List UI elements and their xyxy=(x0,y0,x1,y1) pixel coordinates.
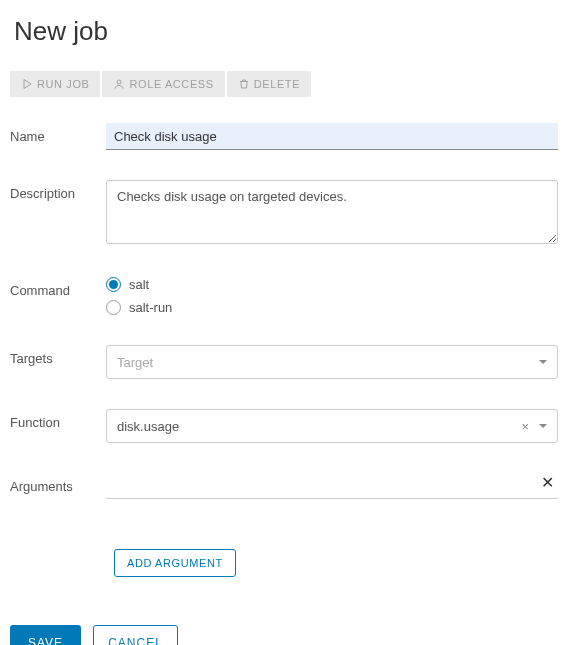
command-radio-salt-run[interactable]: salt-run xyxy=(106,300,558,315)
targets-select[interactable]: Target xyxy=(106,345,558,379)
command-label: Command xyxy=(10,277,106,298)
function-label: Function xyxy=(10,409,106,430)
radio-icon xyxy=(106,277,121,292)
chevron-down-icon xyxy=(539,424,547,428)
chevron-down-icon xyxy=(539,360,547,364)
delete-button[interactable]: DELETE xyxy=(227,71,311,97)
cancel-button[interactable]: CANCEL xyxy=(93,625,178,645)
targets-label: Targets xyxy=(10,345,106,366)
function-value: disk.usage xyxy=(117,419,521,434)
radio-icon xyxy=(106,300,121,315)
run-job-label: RUN JOB xyxy=(37,78,89,90)
targets-placeholder: Target xyxy=(117,355,153,370)
command-radio-salt[interactable]: salt xyxy=(106,277,558,292)
add-argument-button[interactable]: ADD ARGUMENT xyxy=(114,549,236,577)
description-textarea[interactable]: Checks disk usage on targeted devices. xyxy=(106,180,558,244)
clear-icon[interactable]: × xyxy=(521,419,529,434)
page-title: New job xyxy=(10,16,558,47)
run-icon xyxy=(21,78,33,90)
user-icon xyxy=(113,78,125,90)
run-job-button[interactable]: RUN JOB xyxy=(10,71,100,97)
footer: SAVE CANCEL xyxy=(10,625,558,645)
close-icon[interactable]: ✕ xyxy=(537,473,558,492)
argument-row: ✕ xyxy=(106,473,558,499)
svg-point-0 xyxy=(117,80,121,84)
description-label: Description xyxy=(10,180,106,201)
name-input[interactable] xyxy=(106,123,558,150)
command-radio-group: salt salt-run xyxy=(106,277,558,315)
save-button[interactable]: SAVE xyxy=(10,625,81,645)
radio-label-salt-run: salt-run xyxy=(129,300,172,315)
name-label: Name xyxy=(10,123,106,144)
toolbar: RUN JOB ROLE ACCESS DELETE xyxy=(10,71,558,97)
arguments-label: Arguments xyxy=(10,473,106,494)
function-select[interactable]: disk.usage × xyxy=(106,409,558,443)
role-access-button[interactable]: ROLE ACCESS xyxy=(102,71,224,97)
radio-label-salt: salt xyxy=(129,277,149,292)
delete-label: DELETE xyxy=(254,78,300,90)
trash-icon xyxy=(238,78,250,90)
role-access-label: ROLE ACCESS xyxy=(129,78,213,90)
